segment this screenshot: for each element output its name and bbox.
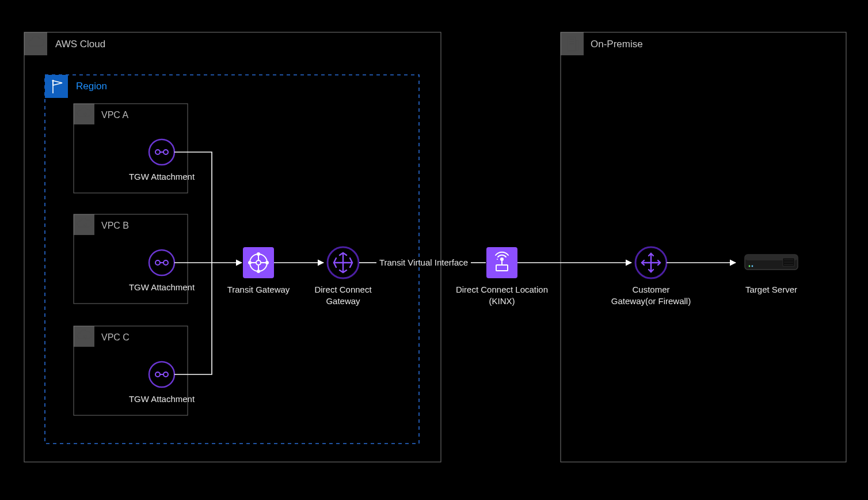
svg-point-55 xyxy=(749,266,751,267)
direct-connect-location-icon xyxy=(486,247,517,278)
direct-connect-gateway-label-1: Direct Connect xyxy=(314,285,372,294)
direct-connect-location-label-2: (KINX) xyxy=(489,296,515,306)
region-icon-badge xyxy=(45,75,68,98)
svg-point-35 xyxy=(248,261,252,264)
onprem-label: On-Premise xyxy=(591,39,643,50)
vpc-a-tgw-attach-label: TGW Attachment xyxy=(129,172,195,181)
customer-gateway-label-2: Gateway(or Firewall) xyxy=(611,296,691,306)
svg-point-1 xyxy=(52,79,54,81)
direct-connect-gateway-label-2: Gateway xyxy=(326,296,360,306)
svg-point-56 xyxy=(752,266,753,267)
region-label: Region xyxy=(76,81,107,92)
transit-virtual-interface-label: Transit Virtual Interface xyxy=(379,257,468,267)
vpc-c-tgw-attach-icon xyxy=(149,362,174,387)
vpc-a-group: VPC A TGW Attachment xyxy=(74,104,195,193)
customer-gateway-label-1: Customer xyxy=(632,285,669,294)
vpc-c-group: VPC C TGW Attachment xyxy=(74,326,195,415)
vpc-c-label: VPC C xyxy=(101,332,130,342)
direct-connect-gateway-icon xyxy=(328,247,359,278)
vpc-b-tgw-attach-icon xyxy=(149,250,174,275)
svg-point-36 xyxy=(265,261,269,264)
vpc-c-tgw-attach-label: TGW Attachment xyxy=(129,394,195,404)
svg-point-34 xyxy=(257,270,260,273)
region-box xyxy=(45,75,419,444)
aws-cloud-label: AWS Cloud xyxy=(55,39,105,50)
transit-gateway-icon xyxy=(243,247,274,278)
target-server-icon xyxy=(744,255,799,275)
customer-gateway-icon xyxy=(635,247,667,278)
transit-gateway-label: Transit Gateway xyxy=(227,285,290,294)
vpc-b-tgw-attach-label: TGW Attachment xyxy=(129,282,195,292)
vpc-to-tgw-connectors xyxy=(174,152,242,374)
svg-point-33 xyxy=(257,252,260,256)
target-server-label: Target Server xyxy=(745,285,797,294)
vpc-a-label: VPC A xyxy=(101,110,128,120)
vpc-a-tgw-attach-icon xyxy=(149,139,174,165)
direct-connect-location-label-1: Direct Connect Location xyxy=(456,285,548,294)
svg-rect-26 xyxy=(243,247,274,278)
vpc-b-label: VPC B xyxy=(101,221,129,230)
vpc-b-group: VPC B TGW Attachment xyxy=(74,214,195,304)
onprem-box xyxy=(561,32,846,462)
aws-cloud-box xyxy=(24,32,441,462)
svg-point-43 xyxy=(501,258,503,260)
